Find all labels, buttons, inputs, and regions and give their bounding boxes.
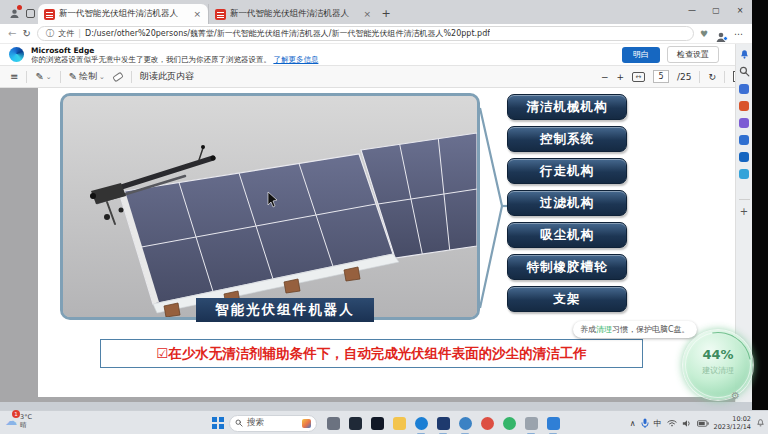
page-total: /25 xyxy=(677,72,691,82)
settings-more-icon[interactable]: ⋯ xyxy=(734,29,744,39)
display-app-icon[interactable] xyxy=(520,412,542,434)
learn-more-link[interactable]: 了解更多信息 xyxy=(273,55,318,64)
ime-indicator[interactable]: 中 xyxy=(654,418,662,429)
contents-button[interactable]: ≡ xyxy=(10,72,18,82)
draw-label: 绘制 xyxy=(79,70,97,83)
close-button[interactable]: × xyxy=(728,0,752,20)
component-label: 行走机构 xyxy=(507,158,627,184)
weather-text: 3°C 晴 xyxy=(20,413,32,429)
url-text: D:/user/other%20persons/魏菁堂/新一代智能光伏组件清洁机… xyxy=(85,28,490,39)
back-icon[interactable]: ← xyxy=(8,29,16,39)
chevron-down-icon: ⌄ xyxy=(99,73,105,81)
speaker-icon[interactable] xyxy=(682,419,692,428)
tray-date: 2023/12/14 xyxy=(714,423,751,431)
new-tab-button[interactable]: + xyxy=(378,4,394,22)
tab-1-active[interactable]: 新一代智能光伏组件清洁机器人 × xyxy=(38,4,208,24)
zoom-out-button[interactable]: − xyxy=(601,72,609,82)
component-label: 控制系统 xyxy=(507,126,627,152)
read-aloud-button[interactable]: 朗读此页内容 xyxy=(140,70,194,83)
tray-time: 10:02 xyxy=(732,415,751,423)
fit-width-icon[interactable]: ↔ xyxy=(632,72,645,82)
screen: 新一代智能光伏组件清洁机器人 × 新一代智能光伏组件清洁机器人 × + — ▢ … xyxy=(0,0,768,434)
notification-message-text: 你的浏览器设置似乎无意中发生了更改，我们已为你还原了浏览器设置。 xyxy=(31,55,271,64)
rotate-icon[interactable]: ↻ xyxy=(708,72,716,82)
green-app-icon[interactable] xyxy=(498,412,520,434)
component-label: 特制橡胶槽轮 xyxy=(507,254,627,280)
divider xyxy=(26,71,27,83)
widget-gear-icon[interactable]: ⚙ xyxy=(731,390,740,401)
refresh-icon[interactable]: ↻ xyxy=(22,29,30,39)
address-divider: | xyxy=(78,29,81,38)
drop-icon[interactable] xyxy=(739,168,750,179)
tools-icon[interactable] xyxy=(739,134,750,145)
notifications-bell-icon[interactable] xyxy=(739,49,750,60)
zoom-in-button[interactable]: + xyxy=(616,72,624,82)
microphone-icon[interactable] xyxy=(641,418,649,428)
toolbar-right: ♥ ⋯ xyxy=(700,28,744,40)
disk-cleaner-widget[interactable]: 44% 建议清理 xyxy=(683,330,753,400)
corner-app-icon[interactable] xyxy=(366,412,388,434)
tab-title: 新一代智能光伏组件清洁机器人 xyxy=(230,8,358,20)
address-input[interactable]: ⓘ 文件 | D:/user/other%20persons/魏菁堂/新一代智能… xyxy=(37,26,694,41)
search-icon[interactable] xyxy=(739,66,750,77)
outlook-icon[interactable] xyxy=(739,151,750,162)
pdf-toolbar: ≡ ✎ ⌄ ✎ 绘制 ⌄ 朗读此页内容 − + ↔ 5 /25 ↻ xyxy=(0,66,752,88)
info-icon[interactable]: ⓘ xyxy=(46,28,55,40)
component-labels: 清洁机械机构控制系统行走机构过滤机构吸尘机构特制橡胶槽轮支架 xyxy=(507,94,627,318)
file-explorer-icon[interactable] xyxy=(388,412,410,434)
notification-texts: Microsoft Edge 你的浏览器设置似乎无意中发生了更改，我们已为你还原… xyxy=(31,46,615,64)
sidebar-add-icon[interactable]: + xyxy=(740,206,748,217)
clock[interactable]: 10:02 2023/12/14 xyxy=(714,415,751,431)
check-settings-button[interactable]: 检查设置 xyxy=(667,46,719,63)
workspaces-button[interactable] xyxy=(22,4,38,22)
slide-page: 智能光伏组件机器人 清洁机械机构控制系统行走机构过滤机构吸尘机构特制橡胶槽轮支架… xyxy=(38,88,735,397)
copilot-icon[interactable] xyxy=(739,83,750,94)
start-button[interactable] xyxy=(212,417,224,429)
hidden-icons-chevron[interactable]: ∧ xyxy=(630,419,636,428)
page-number-input[interactable]: 5 xyxy=(653,70,669,83)
settings-app-icon[interactable] xyxy=(454,412,476,434)
profile-avatar[interactable] xyxy=(6,4,22,22)
cloud-app-icon[interactable] xyxy=(542,412,564,434)
blue-box-app-icon[interactable] xyxy=(432,412,454,434)
taskbar-search[interactable]: 搜索 xyxy=(229,415,317,432)
tab-close-icon[interactable]: × xyxy=(362,9,372,19)
pdf-viewer[interactable]: 智能光伏组件机器人 清洁机械机构控制系统行走机构过滤机构吸尘机构特制橡胶槽轮支架… xyxy=(0,88,735,402)
eraser-icon[interactable] xyxy=(112,71,124,82)
search-highlight-icon xyxy=(302,419,311,428)
address-bar-row: ← ↻ ⓘ 文件 | D:/user/other%20persons/魏菁堂/新… xyxy=(0,24,752,44)
window-controls: — ▢ × xyxy=(680,0,752,20)
notification-center-icon[interactable] xyxy=(756,418,765,428)
chrome-browser-icon[interactable] xyxy=(476,412,498,434)
wifi-icon[interactable] xyxy=(667,419,677,427)
shopping-icon[interactable] xyxy=(739,100,750,111)
edge-browser-window: 新一代智能光伏组件清洁机器人 × 新一代智能光伏组件清洁机器人 × + — ▢ … xyxy=(0,0,752,402)
profile-button[interactable] xyxy=(715,28,727,40)
slide-note: ☑在少水无清洁剂辅助条件下，自动完成光伏组件表面的沙尘的清洁工作 xyxy=(100,339,643,368)
highlighter-button[interactable]: ✎ ⌄ xyxy=(35,72,51,82)
component-label: 吸尘机构 xyxy=(507,222,627,248)
draw-button[interactable]: ✎ 绘制 ⌄ xyxy=(69,70,105,83)
weather-temp: 3°C xyxy=(20,413,32,421)
pen-app-icon[interactable] xyxy=(322,412,344,434)
edge-browser-icon[interactable] xyxy=(410,412,432,434)
confirm-button[interactable]: 明白 xyxy=(622,47,660,63)
tab-2[interactable]: 新一代智能光伏组件清洁机器人 × xyxy=(208,4,378,24)
people-icon[interactable] xyxy=(739,117,750,128)
settings-restored-notification: Microsoft Edge 你的浏览器设置似乎无意中发生了更改，我们已为你还原… xyxy=(0,44,752,66)
notification-message: 你的浏览器设置似乎无意中发生了更改，我们已为你还原了浏览器设置。 了解更多信息 xyxy=(31,55,615,64)
notification-app-name: Microsoft Edge xyxy=(31,46,615,55)
weather-condition: 晴 xyxy=(20,421,27,429)
search-icon xyxy=(235,419,243,427)
battery-icon[interactable] xyxy=(697,420,709,427)
weather-widget[interactable]: ☁ 1 3°C 晴 xyxy=(5,413,32,429)
maximize-button[interactable]: ▢ xyxy=(704,0,728,20)
browser-essentials-icon[interactable]: ♥ xyxy=(700,29,708,39)
pdf-file-icon xyxy=(44,9,55,20)
tab-close-icon[interactable]: × xyxy=(192,9,202,19)
dark-app-icon[interactable] xyxy=(344,412,366,434)
minimize-button[interactable]: — xyxy=(680,0,704,20)
tab-strip: 新一代智能光伏组件清洁机器人 × 新一代智能光伏组件清洁机器人 × + — ▢ … xyxy=(0,0,752,24)
workspaces-icon xyxy=(26,9,35,18)
pen-icon: ✎ xyxy=(35,72,43,82)
